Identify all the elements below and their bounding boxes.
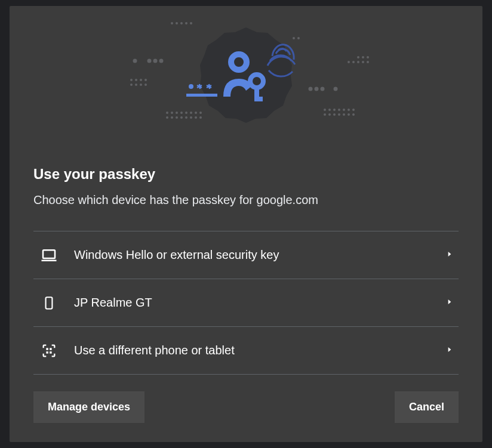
svg-point-54: [328, 109, 331, 111]
svg-point-41: [357, 56, 359, 58]
passkey-dialog: Use your passkey Choose which device has…: [10, 6, 482, 442]
svg-point-31: [166, 116, 168, 119]
cancel-button[interactable]: Cancel: [395, 391, 459, 423]
dialog-content: Use your passkey Choose which device has…: [10, 142, 482, 375]
svg-point-28: [190, 112, 192, 114]
svg-point-6: [171, 22, 173, 24]
dialog-footer: Manage devices Cancel: [10, 375, 482, 442]
svg-point-36: [190, 116, 192, 119]
svg-rect-67: [43, 250, 55, 258]
svg-point-43: [367, 56, 369, 58]
svg-point-42: [362, 56, 364, 58]
option-label: JP Realme GT: [74, 296, 445, 310]
svg-point-47: [352, 61, 355, 63]
svg-point-52: [334, 87, 338, 91]
passkey-hero-icon: [121, 14, 371, 134]
svg-point-27: [185, 112, 187, 114]
svg-point-46: [367, 61, 369, 63]
svg-point-50: [315, 87, 319, 91]
option-different-device[interactable]: Use a different phone or tablet: [33, 327, 459, 375]
svg-point-7: [176, 22, 178, 24]
svg-point-24: [171, 112, 173, 114]
svg-point-61: [328, 113, 331, 116]
svg-point-49: [309, 87, 313, 91]
svg-rect-71: [50, 348, 52, 350]
option-label: Windows Hello or external security key: [74, 248, 445, 262]
hero-illustration: [10, 6, 482, 142]
svg-point-30: [199, 112, 202, 114]
svg-point-32: [171, 116, 173, 119]
svg-point-60: [324, 113, 326, 116]
svg-point-34: [180, 116, 183, 119]
svg-point-9: [185, 22, 187, 24]
svg-point-51: [321, 87, 325, 91]
svg-rect-69: [46, 297, 53, 309]
svg-point-21: [140, 84, 142, 86]
svg-point-58: [348, 109, 350, 111]
svg-rect-3: [254, 97, 263, 101]
phone-icon: [38, 292, 60, 314]
svg-point-20: [135, 84, 137, 86]
svg-point-33: [176, 116, 178, 119]
svg-point-15: [130, 79, 133, 81]
svg-point-44: [357, 61, 359, 63]
svg-point-8: [180, 22, 183, 24]
svg-point-62: [333, 113, 336, 116]
svg-point-38: [199, 116, 202, 119]
svg-point-12: [147, 59, 152, 63]
svg-point-10: [190, 22, 192, 24]
option-windows-hello[interactable]: Windows Hello or external security key: [33, 231, 459, 279]
svg-point-5: [189, 84, 193, 89]
svg-point-19: [130, 84, 133, 86]
svg-rect-72: [46, 351, 48, 354]
svg-point-17: [140, 79, 142, 81]
svg-point-26: [180, 112, 183, 114]
svg-point-16: [135, 79, 137, 81]
svg-point-18: [144, 79, 147, 81]
svg-point-55: [333, 109, 336, 111]
svg-point-22: [144, 84, 147, 86]
qr-icon: [38, 340, 60, 362]
dialog-subtitle: Choose which device has the passkey for …: [33, 193, 459, 207]
svg-point-23: [166, 112, 168, 114]
svg-point-13: [153, 59, 158, 63]
svg-point-11: [133, 59, 137, 63]
svg-point-40: [297, 37, 300, 39]
svg-rect-70: [46, 348, 48, 350]
svg-rect-4: [186, 94, 217, 97]
svg-point-39: [293, 37, 295, 39]
svg-point-53: [324, 109, 326, 111]
dialog-title: Use your passkey: [33, 166, 459, 183]
svg-point-59: [352, 109, 355, 111]
svg-point-25: [176, 112, 178, 114]
svg-point-48: [348, 61, 350, 63]
device-options-list: Windows Hello or external security key J…: [33, 231, 459, 375]
svg-point-56: [338, 109, 340, 111]
laptop-icon: [38, 245, 60, 266]
chevron-right-icon: [445, 298, 454, 308]
option-realme-gt[interactable]: JP Realme GT: [33, 279, 459, 327]
svg-point-64: [343, 113, 345, 116]
svg-point-14: [159, 59, 164, 63]
svg-point-57: [343, 109, 345, 111]
svg-point-63: [338, 113, 340, 116]
svg-point-45: [362, 61, 364, 63]
svg-point-35: [185, 116, 187, 119]
option-label: Use a different phone or tablet: [74, 344, 445, 357]
manage-devices-button[interactable]: Manage devices: [33, 391, 144, 423]
svg-point-66: [352, 113, 355, 116]
chevron-right-icon: [445, 250, 454, 261]
svg-point-29: [195, 112, 197, 114]
chevron-right-icon: [445, 345, 454, 356]
svg-point-65: [348, 113, 350, 116]
svg-point-37: [195, 116, 197, 119]
svg-rect-73: [50, 351, 52, 354]
